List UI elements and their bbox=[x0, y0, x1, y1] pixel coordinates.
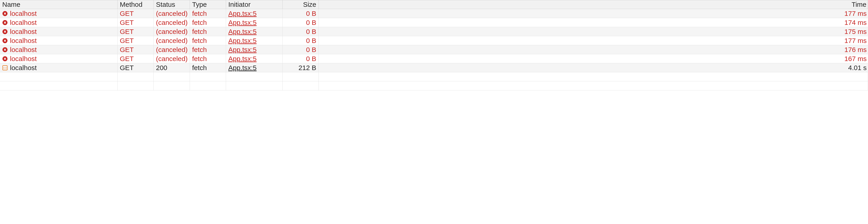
request-type: fetch bbox=[190, 18, 226, 27]
request-status-icon bbox=[2, 11, 8, 16]
request-method: GET bbox=[118, 18, 154, 27]
col-header-initiator[interactable]: Initiator bbox=[226, 0, 283, 9]
request-time: 177 ms bbox=[319, 9, 868, 18]
request-size: 0 B bbox=[283, 36, 319, 45]
request-time: 4.01 s bbox=[319, 63, 868, 72]
table-row[interactable]: localhost GET (canceled) fetch App.tsx:5… bbox=[0, 45, 868, 54]
initiator-link[interactable]: App.tsx:5 bbox=[228, 19, 256, 27]
request-status: (canceled) bbox=[154, 54, 190, 63]
error-circle-icon bbox=[2, 38, 7, 43]
request-status: (canceled) bbox=[154, 9, 190, 18]
request-time: 175 ms bbox=[319, 27, 868, 36]
request-name: localhost bbox=[10, 64, 37, 72]
request-name: localhost bbox=[10, 37, 37, 44]
request-status: 200 bbox=[154, 63, 190, 72]
error-circle-icon bbox=[2, 20, 7, 25]
request-type: fetch bbox=[190, 36, 226, 45]
initiator-link[interactable]: App.tsx:5 bbox=[228, 46, 256, 54]
request-time: 167 ms bbox=[319, 54, 868, 63]
request-type: fetch bbox=[190, 63, 226, 72]
request-type: fetch bbox=[190, 27, 226, 36]
table-row[interactable]: localhost GET (canceled) fetch App.tsx:5… bbox=[0, 27, 868, 36]
request-size: 0 B bbox=[283, 45, 319, 54]
col-header-type[interactable]: Type bbox=[190, 0, 226, 9]
table-row[interactable]: localhost GET (canceled) fetch App.tsx:5… bbox=[0, 54, 868, 63]
script-file-icon: ‹› bbox=[2, 65, 7, 70]
table-row[interactable]: localhost GET (canceled) fetch App.tsx:5… bbox=[0, 36, 868, 45]
request-method: GET bbox=[118, 63, 154, 72]
request-type: fetch bbox=[190, 54, 226, 63]
empty-row bbox=[0, 72, 868, 82]
request-status-icon bbox=[2, 56, 8, 62]
request-size: 0 B bbox=[283, 18, 319, 27]
request-method: GET bbox=[118, 9, 154, 18]
error-circle-icon bbox=[2, 47, 7, 52]
request-name: localhost bbox=[10, 19, 37, 27]
col-header-status[interactable]: Status bbox=[154, 0, 190, 9]
request-type: fetch bbox=[190, 45, 226, 54]
request-size: 0 B bbox=[283, 27, 319, 36]
request-status: (canceled) bbox=[154, 27, 190, 36]
request-time: 176 ms bbox=[319, 45, 868, 54]
request-name: localhost bbox=[10, 10, 37, 18]
error-circle-icon bbox=[2, 11, 7, 16]
request-status: (canceled) bbox=[154, 18, 190, 27]
request-status-icon bbox=[2, 29, 8, 34]
request-status-icon bbox=[2, 47, 8, 53]
request-type: fetch bbox=[190, 9, 226, 18]
initiator-link[interactable]: App.tsx:5 bbox=[228, 64, 256, 72]
request-method: GET bbox=[118, 45, 154, 54]
table-row[interactable]: ‹› localhost GET 200 fetch App.tsx:5 212… bbox=[0, 63, 868, 72]
col-header-method[interactable]: Method bbox=[118, 0, 154, 9]
error-circle-icon bbox=[2, 56, 7, 61]
col-header-name[interactable]: Name bbox=[0, 0, 118, 9]
request-time: 177 ms bbox=[319, 36, 868, 45]
request-status: (canceled) bbox=[154, 45, 190, 54]
request-status: (canceled) bbox=[154, 36, 190, 45]
request-status-icon bbox=[2, 20, 8, 25]
request-status-icon: ‹› bbox=[2, 65, 8, 70]
request-size: 0 B bbox=[283, 54, 319, 63]
col-header-size[interactable]: Size bbox=[283, 0, 319, 9]
table-header-row: Name Method Status Type Initiator Size T… bbox=[0, 0, 868, 9]
request-method: GET bbox=[118, 27, 154, 36]
request-name: localhost bbox=[10, 28, 37, 35]
request-size: 0 B bbox=[283, 9, 319, 18]
request-name: localhost bbox=[10, 55, 37, 63]
empty-row bbox=[0, 82, 868, 90]
error-circle-icon bbox=[2, 29, 7, 34]
request-name: localhost bbox=[10, 46, 37, 54]
initiator-link[interactable]: App.tsx:5 bbox=[228, 37, 256, 44]
request-size: 212 B bbox=[283, 63, 319, 72]
initiator-link[interactable]: App.tsx:5 bbox=[228, 55, 256, 63]
request-status-icon bbox=[2, 38, 8, 43]
initiator-link[interactable]: App.tsx:5 bbox=[228, 28, 256, 35]
request-time: 174 ms bbox=[319, 18, 868, 27]
request-method: GET bbox=[118, 54, 154, 63]
network-request-table: Name Method Status Type Initiator Size T… bbox=[0, 0, 868, 90]
col-header-time[interactable]: Time bbox=[319, 0, 868, 9]
initiator-link[interactable]: App.tsx:5 bbox=[228, 10, 256, 18]
table-row[interactable]: localhost GET (canceled) fetch App.tsx:5… bbox=[0, 9, 868, 18]
request-method: GET bbox=[118, 36, 154, 45]
table-row[interactable]: localhost GET (canceled) fetch App.tsx:5… bbox=[0, 18, 868, 27]
